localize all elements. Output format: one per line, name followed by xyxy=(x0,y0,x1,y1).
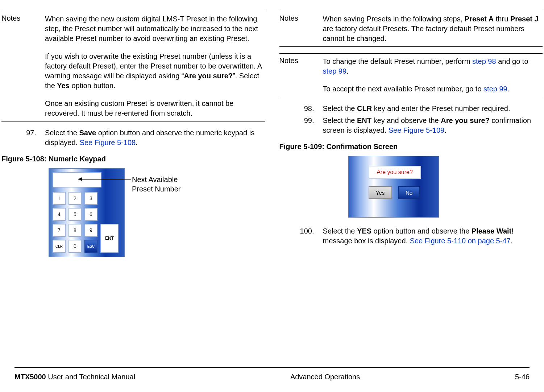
text: . xyxy=(507,85,510,93)
step-body: Select the YES option button and observe… xyxy=(323,226,543,246)
key-4[interactable]: 4 xyxy=(53,208,66,221)
footer-center: Advanced Operations xyxy=(290,373,360,381)
text: To change the default Preset number, per… xyxy=(323,57,472,65)
note-paragraph: To change the default Preset number, per… xyxy=(323,57,543,76)
step-list: 98. Select the CLR key and enter the Pre… xyxy=(279,104,543,135)
step-100: 100. Select the YES option button and ob… xyxy=(279,226,543,246)
figure-109-title: Figure 5-109: Confirmation Screen xyxy=(279,143,543,151)
cross-reference[interactable]: See Figure 5-108 xyxy=(80,139,136,147)
keypad-grid: 1 2 3 4 5 6 7 8 9 CLR 0 ESC ENT xyxy=(53,192,121,253)
text-bold: Are you sure? xyxy=(184,72,233,80)
text: thru xyxy=(494,15,510,23)
page: Notes When saving the new custom digital… xyxy=(0,0,544,392)
note-label: Notes xyxy=(279,14,323,44)
footer-page-number: 5-46 xyxy=(515,373,530,381)
page-footer: MTX5000 User and Technical Manual Advanc… xyxy=(14,367,530,381)
step-body: Select the Save option button and observ… xyxy=(45,128,265,148)
step-body: Select the CLR key and enter the Preset … xyxy=(323,104,543,114)
note-label: Notes xyxy=(1,14,45,118)
key-1[interactable]: 1 xyxy=(53,192,66,205)
key-5[interactable]: 5 xyxy=(68,208,82,221)
step-list: 100. Select the YES option button and ob… xyxy=(279,226,543,246)
text: option button and observe the xyxy=(371,227,472,235)
text: and go to xyxy=(496,57,528,65)
note-paragraph: If you wish to overwrite the existing Pr… xyxy=(45,51,265,91)
text: Next Available xyxy=(132,176,178,183)
text: . xyxy=(346,67,349,75)
figure-109-confirmation: Are you sure? Yes No xyxy=(348,156,543,218)
confirmation-message: Are you sure? xyxy=(369,166,421,179)
text-bold: Preset A xyxy=(465,15,494,23)
doc-title: User and Technical Manual xyxy=(46,373,135,381)
key-3[interactable]: 3 xyxy=(84,192,97,205)
numeric-keypad-panel: 1 2 3 4 5 6 7 8 9 CLR 0 ESC ENT xyxy=(49,168,125,257)
key-2[interactable]: 2 xyxy=(68,192,82,205)
yes-button[interactable]: Yes xyxy=(369,186,392,199)
text: To accept the next available Preset numb… xyxy=(323,85,484,93)
two-column-layout: Notes When saving the new custom digital… xyxy=(1,11,543,263)
text: Select the xyxy=(45,129,79,137)
note-paragraph: Once an existing custom Preset is overwr… xyxy=(45,99,265,118)
key-ent[interactable]: ENT xyxy=(100,224,119,253)
note-block-2: Notes When saving Presets in the followi… xyxy=(279,11,543,47)
text: option button. xyxy=(70,82,116,90)
key-8[interactable]: 8 xyxy=(68,224,82,237)
text: key and enter the Preset number required… xyxy=(372,104,510,112)
key-clr[interactable]: CLR xyxy=(53,240,66,253)
cross-reference[interactable]: See Figure 5-109 xyxy=(389,126,445,134)
confirmation-panel: Are you sure? Yes No xyxy=(348,156,439,218)
step-body: Select the ENT key and observe the Are y… xyxy=(323,116,543,135)
note-paragraph: When saving Presets in the following ste… xyxy=(323,14,543,44)
step-number: 97. xyxy=(1,128,45,148)
note-label: Notes xyxy=(279,57,323,94)
step-number: 99. xyxy=(279,116,323,135)
text: Preset Number xyxy=(132,185,181,193)
cross-reference[interactable]: step 99 xyxy=(483,85,507,93)
text: When saving Presets in the following ste… xyxy=(323,15,465,23)
key-esc[interactable]: ESC xyxy=(84,240,97,253)
text: . xyxy=(136,139,138,147)
text: are factory default Presets. The factory… xyxy=(323,25,525,42)
figure-108-keypad: 1 2 3 4 5 6 7 8 9 CLR 0 ESC ENT xyxy=(49,168,265,263)
text: Select the xyxy=(323,227,357,235)
step-list: 97. Select the Save option button and ob… xyxy=(1,128,265,148)
cross-reference[interactable]: See Figure 5-110 on page 5-47 xyxy=(410,237,511,245)
note-block-3: Notes To change the default Preset numbe… xyxy=(279,53,543,97)
text-bold: ENT xyxy=(357,116,371,124)
right-column: Notes When saving Presets in the followi… xyxy=(279,11,543,263)
step-99: 99. Select the ENT key and observe the A… xyxy=(279,116,543,135)
footer-left: MTX5000 User and Technical Manual xyxy=(14,373,135,381)
product-name: MTX5000 xyxy=(14,373,46,381)
no-button[interactable]: No xyxy=(398,186,420,199)
text: . xyxy=(444,126,447,134)
step-number: 100. xyxy=(279,226,323,246)
key-9[interactable]: 9 xyxy=(84,224,97,237)
text: key and observe the xyxy=(371,116,441,124)
text: . xyxy=(511,237,513,245)
note-paragraph: When saving the new custom digital LMS-T… xyxy=(45,14,265,44)
callout-line xyxy=(78,179,131,180)
note-block-1: Notes When saving the new custom digital… xyxy=(1,11,265,121)
text: Select the xyxy=(323,116,357,124)
key-6[interactable]: 6 xyxy=(84,208,97,221)
text: message box is displayed. xyxy=(323,237,410,245)
key-7[interactable]: 7 xyxy=(53,224,66,237)
cross-reference[interactable]: step 99 xyxy=(323,67,347,75)
note-paragraph: To accept the next available Preset numb… xyxy=(323,84,543,94)
note-body: When saving the new custom digital LMS-T… xyxy=(45,14,265,118)
text-bold: Preset J xyxy=(510,15,539,23)
text-bold: Are you sure? xyxy=(441,116,489,124)
keypad-display xyxy=(53,172,101,187)
step-number: 98. xyxy=(279,104,323,114)
keypad-callout: Next Available Preset Number xyxy=(132,175,181,194)
text-bold: Yes xyxy=(57,82,69,90)
figure-108-title: Figure 5-108: Numeric Keypad xyxy=(1,155,265,163)
step-97: 97. Select the Save option button and ob… xyxy=(1,128,265,148)
key-0[interactable]: 0 xyxy=(68,240,82,253)
note-body: To change the default Preset number, per… xyxy=(323,57,543,94)
left-column: Notes When saving the new custom digital… xyxy=(1,11,265,263)
cross-reference[interactable]: step 98 xyxy=(472,57,496,65)
text: Select the xyxy=(323,104,357,112)
note-body: When saving Presets in the following ste… xyxy=(323,14,543,44)
text-bold: YES xyxy=(357,227,371,235)
